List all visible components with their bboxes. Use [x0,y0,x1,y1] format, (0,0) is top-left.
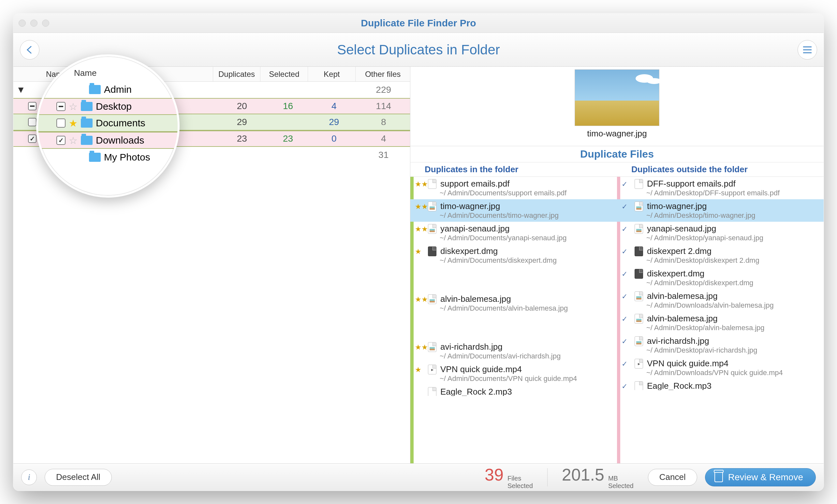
selected-check-icon[interactable]: ✓ [622,292,627,301]
file-name: avi-richardsh.jpg [647,336,709,346]
selected-check-icon[interactable]: ✓ [622,247,627,256]
review-remove-label: Review & Remove [728,472,803,483]
filetype-icon [635,314,643,324]
duplicate-file-item[interactable]: ✓diskexpert.dmg~/ Admin/Desktop/diskexpe… [617,267,824,289]
col-duplicates[interactable]: Duplicates [213,67,261,81]
cell-other: 114 [357,101,410,111]
kept-star-icon[interactable]: ★★ [415,180,428,188]
col-kept[interactable]: Kept [308,67,355,81]
kept-star-icon[interactable]: ★★ [415,203,428,211]
duplicate-file-item[interactable]: ✓diskexpert 2.dmg~/ Admin/Desktop/diskex… [617,244,824,267]
duplicate-file-item[interactable]: ★VPN quick guide.mp4~/ Admin/Documents/V… [410,362,617,385]
selected-check-icon[interactable]: ✓ [622,203,627,211]
filetype-icon [635,179,643,189]
size-unit: MB [608,475,634,482]
file-name: yanapi-senaud.jpg [440,224,510,234]
selected-check-icon[interactable]: ✓ [622,315,627,323]
duplicate-file-item[interactable]: ★★avi-richardsh.jpg~/ Admin/Documents/av… [410,340,617,362]
size-unit2: Selected [608,482,634,490]
selected-check-icon[interactable]: ✓ [622,270,627,278]
deselect-all-button[interactable]: Deselect All [44,469,112,486]
filetype-icon [635,292,643,301]
mag-folder-label: Admin [104,84,132,95]
trash-icon [714,472,723,482]
info-button[interactable]: i [21,469,37,485]
duplicate-file-item[interactable]: ★★yanapi-senaud.jpg~/ Admin/Documents/ya… [410,222,617,244]
mag-folder-label: Desktop [96,101,132,112]
dup-list-in-folder: ★★support emails.pdf~/ Admin/Documents/s… [410,177,617,463]
duplicate-file-item[interactable]: ✓VPN quick guide.mp4~/ Admin/Downloads/V… [617,356,824,379]
filetype-icon [635,202,643,211]
app-window: Duplicate File Finder Pro Select Duplica… [13,13,824,491]
file-path: ~/ Admin/Downloads/alvin-balemesa.jpg [635,301,820,310]
filetype-icon [428,387,437,396]
footer-bar: i Deselect All 39 FilesSelected 201.5 MB… [13,463,824,491]
duplicate-files-title: Duplicate Files [410,146,824,163]
col-selected[interactable]: Selected [260,67,308,81]
files-count: 39 [485,465,503,484]
duplicate-file-item[interactable]: ✓DFF-support emails.pdf~/ Admin/Desktop/… [617,177,824,199]
select-checkbox[interactable] [28,102,36,110]
file-name: DFF-support emails.pdf [647,179,736,189]
duplicate-file-item[interactable]: ★★timo-wagner.jpg~/ Admin/Documents/timo… [410,199,617,222]
select-checkbox[interactable] [28,118,36,126]
duplicate-file-item[interactable]: ✓timo-wagner.jpg~/ Admin/Desktop/timo-wa… [617,199,824,222]
duplicate-file-item[interactable]: ✓avi-richardsh.jpg~/ Admin/Desktop/avi-r… [617,334,824,356]
disclosure-triangle-icon[interactable]: ▼ [16,85,26,95]
duplicate-file-item[interactable]: ✓Eagle_Rock.mp3 [617,379,824,390]
cell-duplicates: 23 [219,133,265,144]
mag-folder-label: Documents [96,117,145,129]
kept-star-icon[interactable]: ★★ [415,295,428,304]
folder-icon [81,136,92,145]
selected-check-icon[interactable]: ✓ [622,382,627,390]
selected-check-icon[interactable]: ✓ [622,225,627,234]
preview-thumbnail[interactable] [575,69,659,126]
selected-check-icon[interactable]: ✓ [622,180,627,188]
duplicate-file-item[interactable]: ✓alvin-balemesa.jpg~/ Admin/Desktop/alvi… [617,312,824,334]
menu-button[interactable] [798,40,817,60]
file-name: diskexpert 2.dmg [647,246,712,256]
selected-check-icon[interactable]: ✓ [622,337,627,346]
selected-check-icon[interactable]: ✓ [622,360,627,368]
mag-row-documents: ★ Documents [38,115,178,132]
kept-star-icon[interactable]: ★ [415,247,422,256]
file-path: ~/ Admin/Desktop/alvin-balemesa.jpg [635,324,820,332]
cell-kept: 0 [311,133,357,144]
kept-star-icon[interactable]: ★★ [415,225,428,234]
file-path: ~/ Admin/Desktop/DFF-support emails.pdf [635,189,820,197]
cell-other: 8 [357,117,410,127]
file-preview: timo-wagner.jpg [410,67,824,146]
file-path: ~/ Admin/Documents/alvin-balemesa.jpg [428,304,614,313]
file-name: Eagle_Rock 2.mp3 [440,387,512,396]
mag-folder-label: Downloads [96,135,144,146]
duplicate-file-item[interactable]: Eagle_Rock 2.mp3 [410,385,617,396]
review-remove-button[interactable]: Review & Remove [705,468,816,486]
file-path: ~/ Admin/Documents/VPN quick guide.mp4 [428,374,614,383]
filetype-icon [428,365,437,374]
duplicate-file-item[interactable]: ✓yanapi-senaud.jpg~/ Admin/Desktop/yanap… [617,222,824,244]
duplicate-file-item[interactable]: ★★support emails.pdf~/ Admin/Documents/s… [410,177,617,199]
duplicate-file-item[interactable]: ★★alvin-balemesa.jpg~/ Admin/Documents/a… [410,292,617,315]
cell-duplicates: 20 [219,101,265,111]
dup-in-header: Duplicates in the folder [410,163,617,176]
duplicate-file-item[interactable]: ✓alvin-balemesa.jpg~/ Admin/Downloads/al… [617,289,824,312]
kept-star-icon[interactable]: ★★ [415,343,428,352]
duplicate-file-item [410,315,617,340]
hamburger-icon [802,46,812,54]
duplicate-file-item[interactable]: ★diskexpert.dmg~/ Admin/Documents/diskex… [410,244,617,267]
file-path: ~/ Admin/Desktop/diskexpert 2.dmg [635,256,820,265]
mag-folder-label: My Photos [104,152,150,163]
dup-out-header: Duplicates outside the folder [617,163,824,176]
col-other[interactable]: Other files [355,67,410,81]
kept-star-icon[interactable]: ★ [415,366,422,374]
cell-selected: 16 [265,101,311,111]
star-icon: ☆ [69,101,77,112]
filetype-icon [635,381,643,390]
filetype-icon [635,246,643,256]
star-icon: ★ [69,117,77,129]
select-checkbox[interactable] [28,134,36,143]
file-name: diskexpert.dmg [647,268,704,279]
cell-other: 229 [357,85,410,95]
cancel-button[interactable]: Cancel [648,469,697,486]
stat-size-selected: 201.5 MBSelected [555,465,640,490]
